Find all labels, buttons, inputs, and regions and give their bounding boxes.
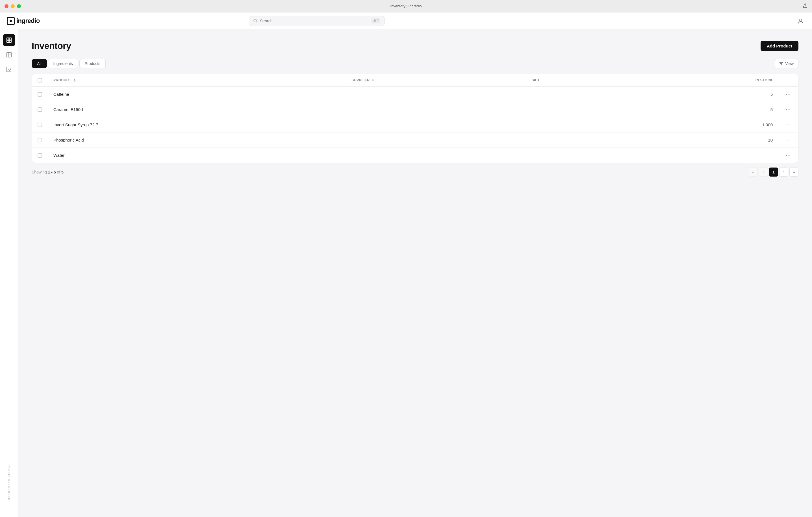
page-header: Inventory Add Product <box>32 41 799 51</box>
row-supplier <box>346 133 526 148</box>
inventory-table-container: PRODUCT SUPPLIER <box>32 74 799 163</box>
row-checkbox-cell <box>32 87 48 102</box>
table-row: Water ··· <box>32 148 798 163</box>
logo-icon <box>7 17 15 25</box>
view-icon <box>779 61 783 66</box>
row-in-stock: 10 <box>627 133 778 148</box>
row-in-stock: 5 <box>627 102 778 117</box>
sidebar-item-analytics[interactable] <box>3 63 15 76</box>
search-shortcut: ⌘F <box>372 18 380 24</box>
pagination-row: Showing 1 - 5 of 5 « ‹ 1 › » <box>32 163 799 177</box>
svg-rect-6 <box>9 40 11 42</box>
sidebar-item-recipes[interactable] <box>3 49 15 61</box>
row-more-button[interactable]: ··· <box>784 106 792 113</box>
page-1-button[interactable]: 1 <box>769 168 778 177</box>
filter-tab-ingredients[interactable]: Ingredients <box>48 59 78 68</box>
row-checkbox[interactable] <box>37 153 42 157</box>
row-in-stock: 5 <box>627 87 778 102</box>
row-actions: ··· <box>778 117 798 133</box>
sidebar-item-inventory[interactable] <box>3 34 15 46</box>
row-in-stock: 1.000 <box>627 117 778 133</box>
view-button[interactable]: View <box>774 59 799 68</box>
row-more-button[interactable]: ··· <box>784 152 792 159</box>
main-content: Inventory Add Product All Ingredients Pr… <box>18 29 812 517</box>
header-checkbox[interactable] <box>37 78 42 83</box>
total-count: 5 <box>61 170 64 174</box>
next-page-button[interactable]: › <box>779 168 788 177</box>
row-sku <box>526 117 627 133</box>
share-icon[interactable] <box>803 3 808 9</box>
row-actions: ··· <box>778 102 798 117</box>
watermark-text: HARDCODED.DIGITAL <box>8 464 10 500</box>
row-checkbox[interactable] <box>37 107 42 112</box>
row-more-button[interactable]: ··· <box>784 91 792 98</box>
svg-rect-4 <box>9 38 11 40</box>
row-actions: ··· <box>778 148 798 163</box>
row-more-button[interactable]: ··· <box>784 137 792 144</box>
of-label: of <box>57 170 60 174</box>
row-more-button[interactable]: ··· <box>784 121 792 128</box>
last-page-button[interactable]: » <box>789 168 799 177</box>
filter-tab-products[interactable]: Products <box>79 59 106 68</box>
app-layout: Inventory Add Product All Ingredients Pr… <box>0 29 812 517</box>
logo-text: ingredio <box>17 17 40 25</box>
table-row: Phosphoric Acid 10 ··· <box>32 133 798 148</box>
header-supplier: SUPPLIER <box>346 74 526 87</box>
search-icon <box>253 19 258 23</box>
row-checkbox[interactable] <box>37 138 42 142</box>
user-icon[interactable] <box>796 17 805 25</box>
row-supplier <box>346 102 526 117</box>
minimize-button[interactable] <box>11 4 15 8</box>
sidebar <box>0 29 18 517</box>
table-header-row: PRODUCT SUPPLIER <box>32 74 798 87</box>
header-actions <box>778 74 798 87</box>
range-start: 1 - 5 <box>48 170 57 174</box>
table-row: Caramel E150d 5 ··· <box>32 102 798 117</box>
view-button-label: View <box>785 61 794 66</box>
row-sku <box>526 102 627 117</box>
row-checkbox[interactable] <box>37 92 42 96</box>
table-row: Caffeine 5 ··· <box>32 87 798 102</box>
first-page-button[interactable]: « <box>749 168 758 177</box>
row-in-stock <box>627 148 778 163</box>
row-sku <box>526 148 627 163</box>
filter-tab-all[interactable]: All <box>32 59 47 68</box>
navbar: ingredio ⌘F <box>0 12 812 29</box>
filter-tabs: All Ingredients Products <box>32 59 106 68</box>
watermark: HARDCODED.DIGITAL <box>0 464 18 500</box>
window-controls[interactable] <box>4 4 21 8</box>
window-title: Inventory | Ingredio <box>390 4 422 8</box>
table-body: Caffeine 5 ··· Caramel E150d 5 ··· Inver… <box>32 87 798 163</box>
header-in-stock: IN STOCK <box>627 74 778 87</box>
close-button[interactable] <box>4 4 8 8</box>
row-sku <box>526 87 627 102</box>
search-input[interactable] <box>260 19 369 23</box>
filter-row: All Ingredients Products View <box>32 59 799 68</box>
row-product: Phosphoric Acid <box>48 133 346 148</box>
svg-rect-3 <box>6 38 8 40</box>
row-supplier <box>346 117 526 133</box>
row-supplier <box>346 148 526 163</box>
header-product: PRODUCT <box>48 74 346 87</box>
pagination-controls: « ‹ 1 › » <box>749 168 799 177</box>
svg-point-2 <box>800 19 802 21</box>
row-supplier <box>346 87 526 102</box>
titlebar: Inventory | Ingredio <box>0 0 812 12</box>
search-bar[interactable]: ⌘F <box>249 16 384 26</box>
product-sort-icon[interactable] <box>74 79 76 82</box>
row-actions: ··· <box>778 133 798 148</box>
row-checkbox-cell <box>32 117 48 133</box>
row-product: Water <box>48 148 346 163</box>
add-product-button[interactable]: Add Product <box>761 41 799 51</box>
svg-rect-0 <box>804 6 807 8</box>
svg-rect-5 <box>6 40 8 42</box>
supplier-sort-icon[interactable] <box>372 79 374 82</box>
showing-label: Showing <box>32 170 47 174</box>
svg-point-1 <box>254 19 257 22</box>
header-sku: SKU <box>526 74 627 87</box>
row-checkbox[interactable] <box>37 123 42 127</box>
prev-page-button[interactable]: ‹ <box>759 168 768 177</box>
row-sku <box>526 133 627 148</box>
header-checkbox-cell <box>32 74 48 87</box>
maximize-button[interactable] <box>17 4 21 8</box>
